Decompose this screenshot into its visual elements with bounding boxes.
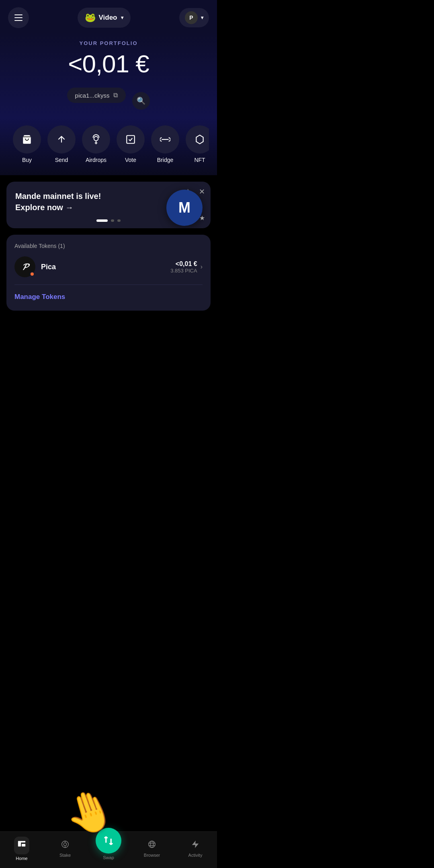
chevron-down-icon: ▾ <box>201 15 203 20</box>
actions-row: Buy Send Airdrops Vote Bridge NFT <box>8 125 209 163</box>
nft-action-circle <box>186 125 209 154</box>
token-avatar: 𝓟 <box>14 256 35 277</box>
banner-dot-3[interactable] <box>117 219 121 222</box>
main-content: ✕ ✦ Mande mainnet is live! Explore now →… <box>0 175 217 323</box>
token-value-section: <0,01 € 3.853 PICA › <box>170 260 203 274</box>
network-selector[interactable]: 🐸 Video ▾ <box>78 8 131 28</box>
chevron-down-icon: ▾ <box>121 15 123 20</box>
bridge-action-label: Bridge <box>157 157 173 163</box>
buy-action-label: Buy <box>22 157 32 163</box>
svg-point-2 <box>94 136 98 141</box>
action-item-send[interactable]: Send <box>47 125 76 163</box>
manage-tokens-button[interactable]: Manage Tokens <box>14 291 65 303</box>
banner-dot-1[interactable] <box>96 219 108 222</box>
network-label: Video <box>99 14 117 22</box>
bridge-action-circle <box>151 125 179 154</box>
portfolio-label: YOUR PORTFOLIO <box>8 40 209 46</box>
action-item-bridge[interactable]: Bridge <box>151 125 179 163</box>
action-item-buy[interactable]: Buy <box>13 125 41 163</box>
hamburger-icon <box>14 14 23 21</box>
token-row[interactable]: 𝓟 Pica <0,01 € 3.853 PICA › <box>14 256 203 285</box>
wallet-address-bar[interactable]: pica1...ckyss ⧉ <box>67 88 126 103</box>
token-dot <box>30 272 35 276</box>
nft-action-label: NFT <box>194 157 205 163</box>
token-amount: 3.853 PICA <box>170 268 197 274</box>
buy-action-circle <box>13 125 41 154</box>
menu-button[interactable] <box>8 7 29 28</box>
network-emoji: 🐸 <box>85 12 96 23</box>
token-chevron-icon: › <box>201 263 203 270</box>
action-item-airdrops[interactable]: Airdrops <box>82 125 110 163</box>
token-avatar-letter: 𝓟 <box>22 262 28 272</box>
banner-logo: M <box>166 190 203 226</box>
svg-marker-4 <box>196 135 203 144</box>
airdrops-action-label: Airdrops <box>86 157 106 163</box>
send-action-label: Send <box>55 157 68 163</box>
banner-logo-letter: M <box>178 199 190 216</box>
wallet-address: pica1...ckyss <box>75 92 110 99</box>
top-bar: 🐸 Video ▾ P ▾ <box>0 0 217 32</box>
token-euro-value: <0,01 € <box>170 260 197 268</box>
banner-dot-2[interactable] <box>111 219 114 222</box>
banner-text: Mande mainnet is live! Explore now → <box>15 190 127 213</box>
portfolio-value: <0,01 € <box>8 49 209 78</box>
vote-action-label: Vote <box>125 157 136 163</box>
action-item-nft[interactable]: NFT <box>186 125 209 163</box>
portfolio-section: YOUR PORTFOLIO <0,01 € pica1...ckyss ⧉ 🔍… <box>0 32 217 175</box>
banner-card[interactable]: ✕ ✦ Mande mainnet is live! Explore now →… <box>6 182 211 228</box>
avatar: P <box>185 11 198 24</box>
address-row: pica1...ckyss ⧉ 🔍 <box>8 88 209 114</box>
banner-close-button[interactable]: ✕ <box>199 187 205 196</box>
send-action-circle <box>47 125 76 154</box>
token-name: Pica <box>41 263 165 271</box>
airdrops-action-circle <box>82 125 110 154</box>
vote-action-circle <box>117 125 145 154</box>
account-button[interactable]: P ▾ <box>179 8 209 27</box>
tokens-card: Available Tokens (1) 𝓟 Pica <0,01 € 3.85… <box>6 235 211 311</box>
token-values: <0,01 € 3.853 PICA <box>170 260 197 274</box>
search-button[interactable]: 🔍 <box>132 92 150 110</box>
svg-rect-3 <box>127 135 135 143</box>
banner-pin-bottom-icon: ★ <box>199 214 205 222</box>
tokens-header: Available Tokens (1) <box>14 243 203 249</box>
search-icon: 🔍 <box>137 96 145 105</box>
action-item-vote[interactable]: Vote <box>117 125 145 163</box>
copy-icon[interactable]: ⧉ <box>113 92 118 99</box>
